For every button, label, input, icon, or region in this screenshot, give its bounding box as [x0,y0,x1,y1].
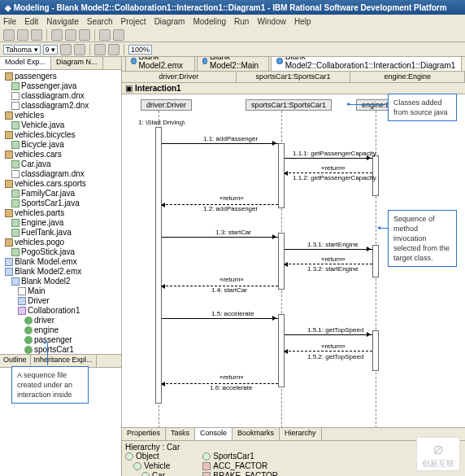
tree-item[interactable]: passengers [15,72,57,81]
menu-window[interactable]: Window [257,17,286,26]
hier-item[interactable]: ACC_FACTOR [213,461,267,470]
tab-bookmarks[interactable]: Bookmarks [232,428,280,440]
field-icon [202,472,211,477]
hier-item[interactable]: Car [152,471,165,476]
color-icon[interactable] [94,44,106,55]
search-icon[interactable] [99,29,111,41]
message-arrow[interactable] [285,158,372,159]
message-arrow[interactable] [162,318,278,319]
activation-bar[interactable] [372,330,379,371]
editor-tab[interactable]: Blank Model2::Main [197,57,270,71]
tab-hierarchy[interactable]: Hierarchy [280,428,322,440]
new-icon[interactable] [3,29,15,41]
tab-outline[interactable]: Outline [0,355,31,367]
package-icon [5,111,13,120]
hier-item[interactable]: BRAKE_FACTOR [213,471,278,476]
tab-inheritance[interactable]: Inheritance Expl... [31,355,97,367]
hier-item[interactable]: Vehicle [144,461,170,470]
tab-properties[interactable]: Properties [122,428,166,440]
tree-item[interactable]: SportsCar1.java [21,199,80,208]
return-arrow[interactable] [285,264,372,264]
debug-icon[interactable] [65,29,76,41]
bottom-panel: Properties Tasks Console Bookmarks Hiera… [122,427,465,476]
tree-item[interactable]: FamilyCar.java [21,189,75,199]
tree-item[interactable]: classdiagram2.dnx [21,101,89,111]
callout-connector [378,228,388,229]
tree-item[interactable]: Engine.java [21,218,63,228]
font-select[interactable]: Tahoma ▾ [3,45,41,55]
tree-item[interactable]: vehicles.pogo [15,238,64,247]
menu-navigate[interactable]: Navigate [46,17,78,26]
tree-item[interactable]: Passenger.java [21,81,76,91]
italic-icon[interactable] [74,44,85,55]
activation-bar[interactable] [155,127,162,404]
tree-item[interactable]: Blank Model2.emx [15,267,81,277]
message-label: 1.2: addPassenger [203,205,258,212]
save-icon[interactable] [17,29,28,41]
tree-item[interactable]: passenger [34,335,72,345]
tree-item[interactable]: classdiagram.dnx [21,91,85,101]
tree-item[interactable]: vehicles [15,111,44,120]
menu-run[interactable]: Run [234,17,249,26]
menu-help[interactable]: Help [294,17,311,26]
return-arrow[interactable] [285,172,372,173]
editor-tab[interactable]: Blank Model2.emx [125,57,195,71]
zoom-select[interactable]: 100% [128,45,152,55]
menu-file[interactable]: File [3,17,16,26]
fill-icon[interactable] [108,44,120,55]
tab-model-explorer[interactable]: Model Exp... [0,57,51,69]
tree-item[interactable]: Blank Model2 [21,277,71,286]
hier-item[interactable]: Object [136,452,159,461]
menu-edit[interactable]: Edit [24,17,38,26]
tree-item[interactable]: classdiagram.dnx [21,169,85,179]
tree-item[interactable]: engine [34,325,59,335]
bold-icon[interactable] [60,44,72,55]
tab-diagram-navigator[interactable]: Diagram N... [51,57,103,69]
role-icon [24,326,33,334]
lifeline-head-driver[interactable]: driver:Driver [141,99,192,111]
menu-search[interactable]: Search [87,17,113,26]
lifeline-head-sportscar[interactable]: sportsCar1:SportsCar1 [246,99,332,111]
tree-item[interactable]: Vehicle.java [21,120,64,130]
ext-icon[interactable] [79,29,90,41]
message-arrow[interactable] [285,334,372,335]
menu-modeling[interactable]: Modeling [193,17,226,26]
nav-icon[interactable] [113,29,124,41]
message-label: 1.1.1: getPassengerCapacity [293,150,376,157]
message-arrow[interactable] [162,143,278,144]
tree-item[interactable]: Collaboration1 [28,306,80,316]
tree-item[interactable]: vehicles.bicycles [15,130,75,140]
menu-diagram[interactable]: Diagram [154,17,185,26]
menu-project[interactable]: Project [121,17,146,26]
tree-item[interactable]: Bicycle.java [21,140,64,150]
tree-item[interactable]: FuelTank.java [21,228,72,238]
activation-bar[interactable] [278,143,285,208]
activation-bar[interactable] [278,233,285,290]
tree-item[interactable]: Main [28,286,46,296]
tree-item[interactable]: vehicles.cars [15,150,62,159]
explorer-tabs: Model Exp... Diagram N... [0,57,121,70]
toolbar-sep [124,44,124,55]
tree-item[interactable]: Blank Model.emx [15,257,77,267]
collapse-icon[interactable]: ▣ [125,84,133,93]
run-icon[interactable] [51,29,63,41]
editor-tab-active[interactable]: Blank Model2::Collaboration1::Interactio… [271,57,462,71]
message-arrow[interactable] [285,249,372,250]
print-icon[interactable] [31,29,42,41]
tree-item[interactable]: PogoStick.java [21,247,75,257]
tab-console[interactable]: Console [195,428,232,440]
message-arrow[interactable] [162,237,278,238]
activation-bar[interactable] [372,245,379,277]
return-arrow[interactable] [285,351,372,352]
tab-tasks[interactable]: Tasks [166,428,195,440]
tree-item[interactable]: driver [34,316,54,325]
lifeline-label: sportsCar1:SportsCar1 [237,72,351,82]
tree-item[interactable]: Car.java [21,159,51,169]
tree-item[interactable]: Driver [28,296,50,306]
java-icon [11,199,20,207]
message-label[interactable]: 1: \Start Driving\ [138,119,185,126]
tree-item[interactable]: vehicles.cars.sports [15,179,86,189]
tree-item[interactable]: vehicles.parts [15,208,64,218]
fontsize-select[interactable]: 9 ▾ [43,45,59,55]
hier-item[interactable]: SportsCar1 [213,452,254,461]
